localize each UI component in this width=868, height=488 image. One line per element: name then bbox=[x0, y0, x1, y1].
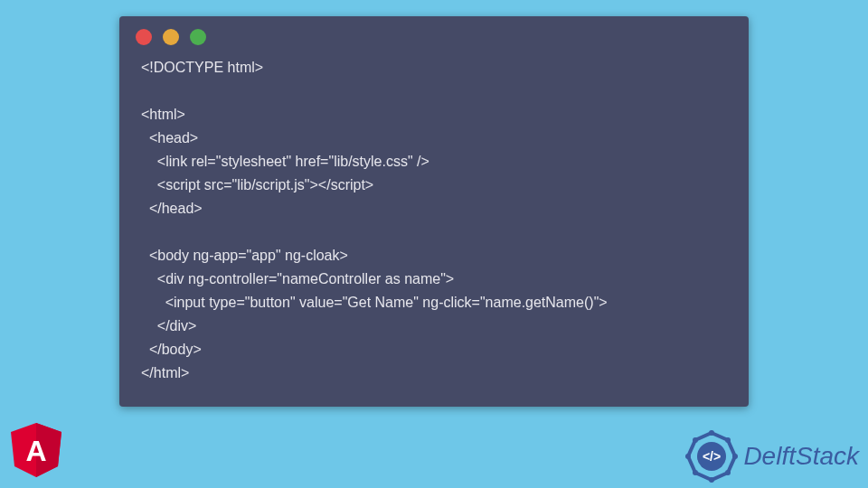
svg-point-5 bbox=[732, 454, 738, 459]
angular-letter: A bbox=[25, 435, 46, 467]
close-icon bbox=[136, 29, 152, 45]
svg-point-7 bbox=[709, 477, 714, 483]
code-line: <!DOCTYPE html> bbox=[141, 60, 263, 75]
code-line: <body ng-app="app" ng-cloak> bbox=[141, 248, 348, 263]
code-line: </head> bbox=[141, 201, 203, 216]
svg-point-8 bbox=[693, 470, 698, 475]
delftstack-text: DelftStack bbox=[743, 442, 859, 471]
code-line: <div ng-controller="nameController as na… bbox=[141, 271, 454, 286]
code-body: <!DOCTYPE html> <html> <head> <link rel=… bbox=[119, 51, 749, 401]
code-line: </html> bbox=[141, 365, 189, 380]
code-line: <input type="button" value="Get Name" ng… bbox=[141, 295, 608, 310]
code-line: <script src="lib/script.js"></script> bbox=[141, 177, 373, 192]
minimize-icon bbox=[163, 29, 179, 45]
maximize-icon bbox=[190, 29, 206, 45]
svg-point-3 bbox=[709, 430, 714, 436]
code-line: </div> bbox=[141, 318, 196, 333]
angular-logo-icon: A bbox=[9, 421, 63, 483]
svg-point-10 bbox=[693, 437, 698, 443]
svg-point-9 bbox=[685, 454, 691, 459]
window-controls bbox=[119, 16, 749, 51]
svg-point-6 bbox=[725, 470, 731, 475]
code-window: <!DOCTYPE html> <html> <head> <link rel=… bbox=[119, 16, 749, 407]
code-line: <html> bbox=[141, 107, 185, 122]
svg-point-4 bbox=[725, 437, 731, 443]
code-line: <head> bbox=[141, 130, 198, 145]
delftstack-logo: </> DelftStack bbox=[685, 430, 859, 483]
svg-text:</>: </> bbox=[703, 449, 721, 464]
code-line: </body> bbox=[141, 342, 202, 357]
delftstack-icon: </> bbox=[685, 430, 738, 483]
code-line: <link rel="stylesheet" href="lib/style.c… bbox=[141, 154, 429, 169]
